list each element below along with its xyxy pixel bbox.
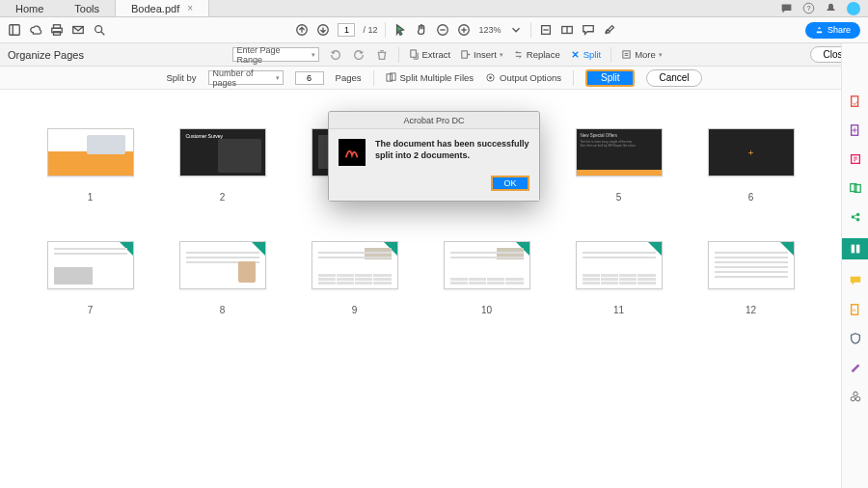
page-number: 7 (88, 305, 94, 315)
comment-tool-icon[interactable] (848, 273, 863, 288)
svg-rect-22 (623, 51, 630, 58)
organize-tool-icon[interactable] (842, 238, 869, 259)
page-thumbnail[interactable]: ＋6 (699, 128, 802, 203)
page-thumbnail[interactable]: 9 (303, 241, 406, 315)
edit-pdf-icon[interactable] (848, 151, 863, 167)
mail-icon[interactable] (71, 23, 85, 37)
create-pdf-icon[interactable] (848, 122, 863, 138)
bell-icon[interactable] (825, 2, 837, 14)
redact-icon[interactable] (848, 360, 863, 375)
organize-toolbar: Organize Pages Enter Page Range Extract … (0, 43, 868, 67)
split-button[interactable]: Split (585, 69, 635, 87)
print-icon[interactable] (50, 23, 64, 37)
tab-document[interactable]: Bodea.pdf × (115, 0, 209, 16)
separator (610, 47, 611, 63)
page-thumbnail[interactable]: 10 (435, 241, 538, 315)
page-thumbnail[interactable]: New Special OffersThe first is more easy… (567, 128, 670, 203)
share-tool-icon[interactable] (848, 209, 863, 225)
svg-point-37 (855, 213, 859, 217)
split-multiple-button[interactable]: Split Multiple Files (386, 72, 475, 83)
page-number: 9 (352, 305, 358, 315)
split-by-label: Split by (166, 72, 196, 83)
ok-button[interactable]: OK (491, 176, 529, 191)
acrobat-icon (339, 139, 366, 166)
hand-icon[interactable] (415, 23, 428, 37)
page-number: 2 (220, 192, 226, 203)
extract-button[interactable]: Extract (409, 49, 451, 60)
more-tools-icon[interactable] (848, 389, 863, 404)
pages-label: Pages (336, 72, 362, 83)
fill-sign-icon[interactable] (848, 302, 863, 317)
separator (573, 70, 574, 86)
cancel-button[interactable]: Cancel (646, 69, 701, 87)
page-number: 10 (481, 305, 492, 315)
comment-icon[interactable] (582, 23, 595, 37)
search-icon[interactable] (93, 23, 106, 37)
page-number: 5 (616, 192, 622, 203)
page-number: 8 (220, 305, 226, 315)
page-number: 1 (88, 192, 94, 203)
read-mode-icon[interactable] (560, 23, 574, 37)
panel-icon[interactable] (8, 23, 21, 37)
export-pdf-icon[interactable] (848, 94, 863, 109)
sign-icon[interactable] (603, 23, 616, 37)
chevron-down-icon[interactable] (509, 23, 523, 37)
svg-rect-21 (462, 51, 468, 58)
close-icon[interactable]: × (187, 3, 193, 14)
organize-title: Organize Pages (8, 49, 84, 61)
help-icon[interactable]: ? (802, 2, 815, 14)
zoom-level[interactable]: 123% (478, 25, 501, 35)
page-range-dropdown[interactable]: Enter Page Range (232, 47, 319, 62)
protect-icon[interactable] (848, 331, 863, 346)
page-thumbnail[interactable]: 12 (699, 241, 802, 315)
cloud-icon[interactable] (29, 23, 42, 37)
page-thumbnail[interactable]: 11 (567, 241, 670, 315)
page-thumbnail[interactable]: 8 (171, 241, 274, 315)
page-number-input[interactable] (338, 23, 355, 37)
split-method-dropdown[interactable]: Number of pages (208, 70, 284, 85)
page-up-icon[interactable] (295, 23, 309, 37)
avatar[interactable] (847, 2, 860, 15)
svg-rect-2 (10, 25, 20, 36)
dialog-message: The document has been successfully split… (375, 139, 529, 166)
tab-home-label: Home (15, 3, 43, 14)
svg-point-8 (95, 26, 102, 33)
separator (398, 47, 399, 63)
more-button[interactable]: More▾ (621, 49, 663, 60)
pointer-icon[interactable] (393, 23, 407, 37)
insert-button[interactable]: Insert▾ (460, 49, 503, 60)
page-thumbnail[interactable]: Customer Survey2 (171, 128, 274, 203)
page-thumbnail[interactable]: 1 (39, 128, 142, 203)
separator (373, 70, 374, 86)
svg-point-38 (855, 218, 859, 222)
svg-point-44 (855, 396, 859, 400)
zoom-in-icon[interactable] (457, 23, 471, 37)
page-number: 6 (748, 192, 754, 203)
svg-rect-39 (851, 245, 854, 254)
share-button[interactable]: Share (805, 22, 860, 39)
separator (530, 22, 531, 38)
trash-icon[interactable] (375, 48, 389, 62)
svg-point-28 (489, 76, 492, 79)
page-thumbnail[interactable]: 7 (39, 241, 142, 315)
tab-document-label: Bodea.pdf (131, 3, 179, 14)
right-tool-rail (841, 43, 868, 488)
chat-icon[interactable] (780, 2, 793, 14)
combine-icon[interactable] (848, 180, 863, 196)
tab-tools-label: Tools (74, 3, 99, 14)
fit-width-icon[interactable] (539, 23, 553, 37)
page-total: / 12 (363, 25, 377, 35)
tab-tools[interactable]: Tools (59, 0, 115, 16)
output-options-button[interactable]: Output Options (485, 72, 561, 83)
page-down-icon[interactable] (316, 23, 330, 37)
tab-home[interactable]: Home (0, 0, 59, 16)
share-label: Share (827, 25, 851, 35)
rotate-right-icon[interactable] (352, 48, 366, 62)
zoom-out-icon[interactable] (436, 23, 449, 37)
split-tool-button[interactable]: Split (570, 49, 601, 60)
replace-button[interactable]: Replace (513, 49, 560, 60)
dialog-title: Acrobat Pro DC (329, 112, 539, 129)
rotate-left-icon[interactable] (329, 48, 342, 62)
split-count-input[interactable] (295, 71, 324, 85)
svg-text:?: ? (806, 4, 810, 13)
